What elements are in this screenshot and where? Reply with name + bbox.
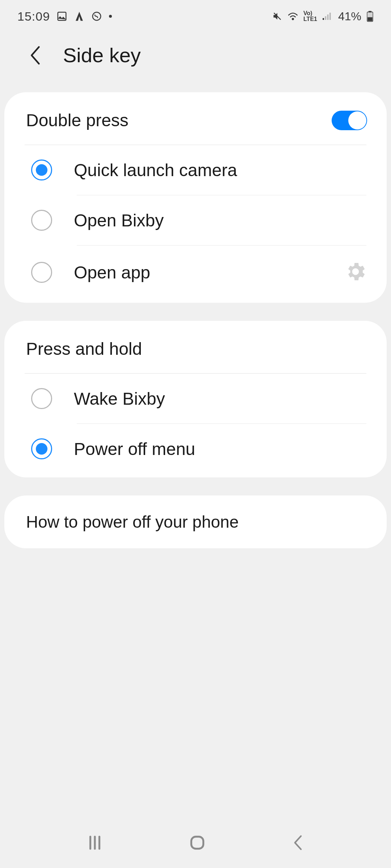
option-label: Quick launch camera: [74, 160, 367, 180]
radio-icon: [31, 388, 52, 409]
option-label: Open app: [74, 263, 322, 282]
svg-rect-15: [191, 837, 203, 848]
press-hold-title: Press and hold: [26, 339, 142, 359]
double-press-toggle[interactable]: [332, 111, 367, 130]
recents-button[interactable]: [86, 834, 104, 852]
svg-rect-10: [369, 11, 371, 12]
wifi-icon: [287, 12, 298, 21]
nav-back-button[interactable]: [291, 834, 305, 852]
svg-rect-5: [323, 18, 324, 20]
svg-point-4: [292, 18, 294, 20]
navigation-bar: [0, 817, 391, 868]
whatsapp-icon: [91, 11, 102, 22]
radio-icon: [31, 438, 52, 459]
info-text: How to power off your phone: [26, 512, 239, 531]
press-hold-section: Press and hold Wake Bixby Power off menu: [4, 321, 387, 477]
option-open-app[interactable]: Open app: [4, 246, 387, 299]
signal-icon: [322, 12, 333, 21]
option-label: Wake Bixby: [74, 389, 367, 409]
radio-icon: [31, 262, 52, 283]
svg-point-2: [109, 15, 112, 18]
image-icon: [56, 11, 67, 22]
radio-icon: [31, 210, 52, 231]
svg-rect-6: [325, 16, 326, 20]
battery-icon: [366, 10, 374, 22]
page-title: Side key: [63, 43, 141, 67]
dot-icon: [109, 14, 112, 18]
double-press-title: Double press: [26, 110, 129, 130]
status-time: 15:09: [17, 9, 50, 24]
option-label: Open Bixby: [74, 210, 367, 230]
option-label: Power off menu: [74, 439, 367, 459]
gear-icon[interactable]: [344, 260, 367, 285]
svg-rect-11: [367, 17, 372, 21]
svg-rect-7: [327, 14, 329, 20]
home-button[interactable]: [188, 834, 206, 852]
app-header: Side key: [0, 33, 391, 92]
option-open-bixby[interactable]: Open Bixby: [4, 195, 387, 245]
svg-rect-8: [329, 13, 331, 20]
double-press-section: Double press Quick launch camera Open Bi…: [4, 92, 387, 303]
option-wake-bixby[interactable]: Wake Bixby: [4, 374, 387, 424]
option-quick-launch-camera[interactable]: Quick launch camera: [4, 145, 387, 195]
power-off-help[interactable]: How to power off your phone: [4, 495, 387, 548]
volte-icon: Vo)LTE1: [303, 10, 317, 22]
back-button[interactable]: [28, 45, 41, 66]
battery-text: 41%: [338, 10, 361, 23]
mute-icon: [272, 11, 282, 21]
status-bar: 15:09 Vo)LTE1 41%: [0, 0, 391, 33]
radio-icon: [31, 159, 52, 180]
app-icon-a: [74, 11, 85, 22]
option-power-off-menu[interactable]: Power off menu: [4, 424, 387, 474]
